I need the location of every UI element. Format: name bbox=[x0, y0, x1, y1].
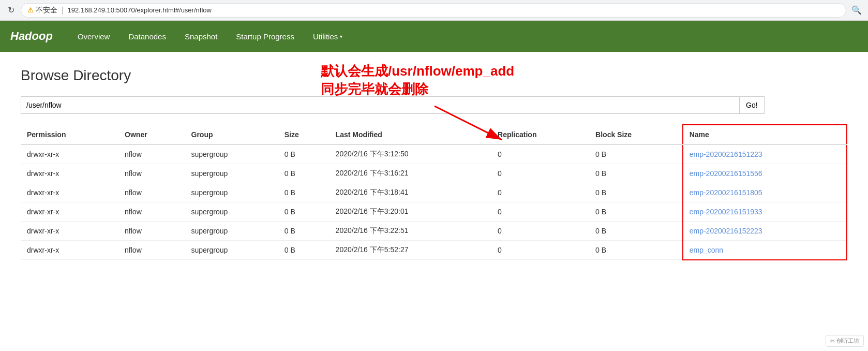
cell-replication: 0 bbox=[491, 222, 589, 241]
col-header-permission: Permission bbox=[21, 125, 118, 144]
cell-size: 0 B bbox=[278, 241, 330, 260]
url-text: 192.168.249.10:50070/explorer.html#/user… bbox=[68, 6, 212, 14]
navbar-brand: Hadoop bbox=[10, 30, 53, 43]
table-row: drwxr-xr-x nflow supergroup 0 B 2020/2/1… bbox=[21, 202, 847, 222]
cell-group: supergroup bbox=[185, 164, 278, 183]
insecure-label: 不安全 bbox=[36, 6, 57, 15]
cell-owner: nflow bbox=[118, 164, 185, 183]
go-button[interactable]: Go! bbox=[740, 96, 765, 114]
table-row: drwxr-xr-x nflow supergroup 0 B 2020/2/1… bbox=[21, 164, 847, 183]
cell-replication: 0 bbox=[491, 202, 589, 222]
dir-link[interactable]: emp-20200216151223 bbox=[690, 150, 762, 158]
annotation-arrow bbox=[435, 106, 538, 148]
cell-size: 0 B bbox=[278, 144, 330, 164]
cell-last-modified: 2020/2/16 下午3:22:51 bbox=[330, 222, 491, 241]
cell-name[interactable]: emp-20200216151933 bbox=[683, 202, 847, 222]
col-header-owner: Owner bbox=[118, 125, 185, 144]
cell-size: 0 B bbox=[278, 222, 330, 241]
cell-group: supergroup bbox=[185, 202, 278, 222]
cell-size: 0 B bbox=[278, 183, 330, 202]
cell-block-size: 0 B bbox=[589, 144, 683, 164]
cell-permission: drwxr-xr-x bbox=[21, 144, 118, 164]
col-header-block-size: Block Size bbox=[589, 125, 683, 144]
cell-name[interactable]: emp-20200216151556 bbox=[683, 164, 847, 183]
col-header-group: Group bbox=[185, 125, 278, 144]
annotation-text-line1: 默认会生成/usr/nflow/emp_add bbox=[321, 62, 514, 80]
cell-permission: drwxr-xr-x bbox=[21, 164, 118, 183]
nav-item-startup-progress[interactable]: Startup Progress bbox=[227, 21, 304, 52]
annotation-overlay: 默认会生成/usr/nflow/emp_add 同步完毕就会删除 bbox=[321, 62, 514, 98]
cell-last-modified: 2020/2/16 下午3:18:41 bbox=[330, 183, 491, 202]
cell-block-size: 0 B bbox=[589, 222, 683, 241]
cell-replication: 0 bbox=[491, 183, 589, 202]
directory-table: Permission Owner Group Size Last Modifie… bbox=[21, 124, 847, 260]
cell-permission: drwxr-xr-x bbox=[21, 202, 118, 222]
dir-link[interactable]: emp-20200216151933 bbox=[690, 208, 762, 216]
cell-owner: nflow bbox=[118, 183, 185, 202]
navbar: Hadoop Overview Datanodes Snapshot Start… bbox=[0, 21, 868, 52]
dir-link[interactable]: emp-20200216152223 bbox=[690, 227, 762, 235]
main-content: Browse Directory 默认会生成/usr/nflow/emp_add… bbox=[0, 52, 868, 276]
cell-owner: nflow bbox=[118, 202, 185, 222]
warning-icon: ⚠ bbox=[27, 6, 34, 14]
cell-replication: 0 bbox=[491, 241, 589, 260]
cell-size: 0 B bbox=[278, 202, 330, 222]
nav-item-overview[interactable]: Overview bbox=[68, 21, 119, 52]
cell-group: supergroup bbox=[185, 241, 278, 260]
cell-block-size: 0 B bbox=[589, 164, 683, 183]
cell-last-modified: 2020/2/16 下午3:16:21 bbox=[330, 164, 491, 183]
cell-owner: nflow bbox=[118, 241, 185, 260]
dropdown-arrow-icon: ▾ bbox=[340, 34, 342, 39]
cell-group: supergroup bbox=[185, 183, 278, 202]
dir-link[interactable]: emp_conn bbox=[690, 246, 723, 254]
table-row: drwxr-xr-x nflow supergroup 0 B 2020/2/1… bbox=[21, 144, 847, 164]
annotation-text-line2: 同步完毕就会删除 bbox=[321, 80, 514, 98]
cell-last-modified: 2020/2/16 下午5:52:27 bbox=[330, 241, 491, 260]
path-input[interactable] bbox=[21, 96, 740, 114]
browser-search-icon[interactable]: 🔍 bbox=[851, 5, 862, 15]
cell-name[interactable]: emp-20200216152223 bbox=[683, 222, 847, 241]
cell-name[interactable]: emp-20200216151223 bbox=[683, 144, 847, 164]
col-header-name: Name bbox=[683, 125, 847, 144]
cell-permission: drwxr-xr-x bbox=[21, 222, 118, 241]
dir-link[interactable]: emp-20200216151556 bbox=[690, 169, 762, 178]
cell-name[interactable]: emp_conn bbox=[683, 241, 847, 260]
nav-item-snapshot[interactable]: Snapshot bbox=[175, 21, 227, 52]
cell-block-size: 0 B bbox=[589, 241, 683, 260]
cell-permission: drwxr-xr-x bbox=[21, 241, 118, 260]
cell-block-size: 0 B bbox=[589, 183, 683, 202]
table-row: drwxr-xr-x nflow supergroup 0 B 2020/2/1… bbox=[21, 222, 847, 241]
svg-line-1 bbox=[435, 106, 502, 140]
cell-owner: nflow bbox=[118, 144, 185, 164]
cell-last-modified: 2020/2/16 下午3:20:01 bbox=[330, 202, 491, 222]
path-bar: Go! bbox=[21, 96, 847, 114]
table-header-row: Permission Owner Group Size Last Modifie… bbox=[21, 125, 847, 144]
cell-size: 0 B bbox=[278, 164, 330, 183]
cell-group: supergroup bbox=[185, 144, 278, 164]
table-row: drwxr-xr-x nflow supergroup 0 B 2020/2/1… bbox=[21, 241, 847, 260]
table-row: drwxr-xr-x nflow supergroup 0 B 2020/2/1… bbox=[21, 183, 847, 202]
browser-bar: ↻ ⚠ 不安全 | 192.168.249.10:50070/explorer.… bbox=[0, 0, 868, 21]
col-header-size: Size bbox=[278, 125, 330, 144]
cell-name[interactable]: emp-20200216151805 bbox=[683, 183, 847, 202]
cell-block-size: 0 B bbox=[589, 202, 683, 222]
cell-owner: nflow bbox=[118, 222, 185, 241]
address-bar[interactable]: ⚠ 不安全 | 192.168.249.10:50070/explorer.ht… bbox=[21, 3, 846, 18]
nav-item-utilities[interactable]: Utilities ▾ bbox=[304, 21, 352, 52]
cell-permission: drwxr-xr-x bbox=[21, 183, 118, 202]
reload-button[interactable]: ↻ bbox=[6, 6, 16, 15]
nav-item-datanodes[interactable]: Datanodes bbox=[119, 21, 175, 52]
dir-link[interactable]: emp-20200216151805 bbox=[690, 188, 762, 197]
cell-replication: 0 bbox=[491, 164, 589, 183]
cell-group: supergroup bbox=[185, 222, 278, 241]
